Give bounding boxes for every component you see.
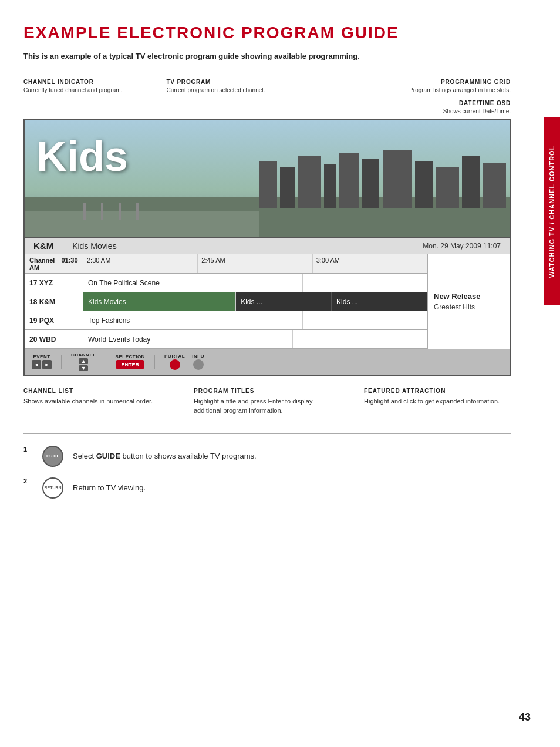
tv-screen: Kids bbox=[25, 120, 510, 238]
bottom-annotations: CHANNEL LIST Shows available channels in… bbox=[23, 388, 511, 416]
program-kids-1[interactable]: Kids ... bbox=[236, 292, 332, 311]
tv-screen-background: Kids bbox=[25, 120, 510, 237]
svg-rect-5 bbox=[324, 164, 336, 208]
channel-list-ann: CHANNEL LIST Shows available channels in… bbox=[23, 388, 170, 416]
selection-control: SELECTION ENTER bbox=[116, 354, 145, 369]
return-button-icon[interactable]: RETURN bbox=[42, 477, 63, 499]
program-empty-2 bbox=[365, 274, 427, 292]
program-political-scene[interactable]: On The Political Scene bbox=[83, 274, 303, 292]
channel-up-arrow[interactable]: ▲ bbox=[79, 358, 88, 364]
enter-button[interactable]: ENTER bbox=[116, 360, 144, 369]
svg-rect-12 bbox=[483, 163, 506, 208]
program-titles-desc: Highlight a title and press Enter to dis… bbox=[194, 396, 340, 416]
info-button[interactable] bbox=[193, 359, 204, 370]
time-slot-3: 3:00 AM bbox=[313, 254, 427, 273]
svg-rect-9 bbox=[415, 161, 433, 208]
tv-kids-text: Kids bbox=[36, 132, 128, 180]
datetime-label: DATE/TIME OSD bbox=[409, 99, 511, 107]
channel-indicator-ann: CHANNEL INDICATOR Currently tuned channe… bbox=[23, 78, 122, 116]
channel-list-label: CHANNEL LIST bbox=[23, 388, 170, 394]
portal-button[interactable] bbox=[170, 359, 180, 370]
svg-rect-3 bbox=[280, 167, 295, 208]
program-kids-2[interactable]: Kids ... bbox=[332, 292, 427, 311]
ctrl-separator-2 bbox=[106, 355, 106, 369]
programming-grid-label: PROGRAMMING GRID bbox=[409, 78, 511, 86]
epg-grid: Channel 01:30 AM 2:30 AM 2:45 AM 3:00 AM… bbox=[25, 254, 427, 349]
datetime-desc: Shows current Date/Time. bbox=[409, 107, 511, 116]
channel-row-20wbd: 20 WBD World Events Today bbox=[25, 330, 427, 349]
svg-rect-14 bbox=[83, 203, 86, 220]
time-slot-2: 2:45 AM bbox=[198, 254, 312, 273]
epg-box: Kids K&M Kids Movies Mon. 29 May 2009 11… bbox=[23, 119, 511, 376]
channel-id-17xyz: 17 XYZ bbox=[25, 274, 83, 292]
svg-rect-15 bbox=[101, 203, 103, 220]
featured-title: New Release bbox=[434, 292, 504, 301]
epg-program-name: Kids Movies bbox=[72, 241, 116, 251]
channel-indicator-label: CHANNEL INDICATOR bbox=[23, 78, 122, 86]
epg-channel-name: K&M bbox=[33, 241, 53, 251]
time-slots: 2:30 AM 2:45 AM 3:00 AM bbox=[83, 254, 427, 273]
channel-row-18km: 18 K&M Kids Movies Kids ... Kids ... bbox=[25, 292, 427, 311]
channel-id-20wbd: 20 WBD bbox=[25, 330, 83, 348]
step-2-number: 2 bbox=[23, 477, 33, 484]
step-2: 2 RETURN Return to TV viewing. bbox=[23, 477, 511, 499]
program-kids-movies[interactable]: Kids Movies bbox=[83, 292, 236, 311]
epg-inner: Channel 01:30 AM 2:30 AM 2:45 AM 3:00 AM… bbox=[25, 254, 510, 349]
program-world-events[interactable]: World Events Today bbox=[83, 330, 293, 348]
svg-rect-16 bbox=[119, 203, 121, 220]
divider bbox=[23, 433, 511, 434]
controls-row: EVENT ◄ ► CHANNEL ▲ ▼ SELECTION ENTER bbox=[25, 349, 510, 375]
featured-attraction-desc: Highlight and click to get expanded info… bbox=[364, 396, 511, 406]
svg-rect-7 bbox=[362, 159, 379, 208]
program-top-fashions[interactable]: Top Fashions bbox=[83, 311, 303, 329]
program-empty-6 bbox=[360, 330, 427, 348]
side-tab: WATCHING TV / CHANNEL CONTROL bbox=[544, 117, 560, 305]
event-right-arrow[interactable]: ► bbox=[42, 360, 52, 369]
portal-label: PORTAL bbox=[164, 354, 185, 359]
svg-rect-11 bbox=[462, 156, 480, 208]
programs-20wbd: World Events Today bbox=[83, 330, 427, 348]
program-titles-ann: PROGRAM TITLES Highlight a title and pre… bbox=[194, 388, 340, 416]
channel-indicator-desc: Currently tuned channel and program. bbox=[23, 86, 122, 95]
steps-section: 1 GUIDE Select GUIDE button to shows ava… bbox=[23, 446, 511, 499]
featured-subtitle: Greatest Hits bbox=[434, 303, 504, 311]
event-left-arrow[interactable]: ◄ bbox=[32, 360, 41, 369]
channel-id-18km: 18 K&M bbox=[25, 292, 83, 311]
ctrl-separator-1 bbox=[61, 355, 62, 369]
event-label: EVENT bbox=[33, 354, 50, 360]
program-empty-3 bbox=[303, 311, 365, 329]
program-titles-label: PROGRAM TITLES bbox=[194, 388, 340, 394]
step-1-text: Select GUIDE button to shows available T… bbox=[73, 446, 257, 462]
channel-row-19pqx: 19 PQX Top Fashions bbox=[25, 311, 427, 330]
step-2-text: Return to TV viewing. bbox=[73, 477, 146, 494]
channel-col-header: Channel 01:30 AM bbox=[25, 254, 83, 273]
ctrl-separator-3 bbox=[154, 355, 155, 369]
channel-label: CHANNEL bbox=[71, 352, 96, 358]
svg-rect-10 bbox=[436, 167, 459, 208]
step-1-number: 1 bbox=[23, 446, 33, 453]
channel-list-desc: Shows available channels in numerical or… bbox=[23, 396, 170, 406]
svg-rect-4 bbox=[298, 156, 321, 208]
featured-ann: FEATURED ATTRACTION Highlight and click … bbox=[364, 388, 511, 416]
programs-17xyz: On The Political Scene bbox=[83, 274, 427, 292]
selection-label: SELECTION bbox=[116, 354, 145, 360]
epg-channel-bar: K&M Kids Movies Mon. 29 May 2009 11:07 bbox=[25, 238, 510, 254]
channel-arrows[interactable]: ▲ ▼ bbox=[79, 358, 88, 371]
guide-button-icon[interactable]: GUIDE bbox=[42, 446, 63, 467]
step-1: 1 GUIDE Select GUIDE button to shows ava… bbox=[23, 446, 511, 467]
svg-rect-6 bbox=[339, 153, 359, 208]
channel-id-19pqx: 19 PQX bbox=[25, 311, 83, 329]
portal-control: PORTAL bbox=[164, 354, 185, 370]
event-arrows[interactable]: ◄ ► bbox=[32, 360, 52, 369]
tv-program-desc: Current program on selected channel. bbox=[166, 86, 265, 95]
epg-featured[interactable]: New Release Greatest Hits bbox=[427, 254, 510, 349]
page-subtitle: This is an example of a typical TV elect… bbox=[23, 52, 511, 60]
program-empty-1 bbox=[303, 274, 365, 292]
page-number: 43 bbox=[519, 711, 531, 724]
info-label: INFO bbox=[192, 354, 204, 359]
time-header-row: Channel 01:30 AM 2:30 AM 2:45 AM 3:00 AM bbox=[25, 254, 427, 274]
page-title: EXAMPLE ELECTRONIC PROGRAM GUIDE bbox=[23, 23, 511, 42]
channel-down-arrow[interactable]: ▼ bbox=[79, 365, 88, 371]
featured-attraction-label: FEATURED ATTRACTION bbox=[364, 388, 511, 394]
top-annotations: CHANNEL INDICATOR Currently tuned channe… bbox=[23, 78, 511, 116]
